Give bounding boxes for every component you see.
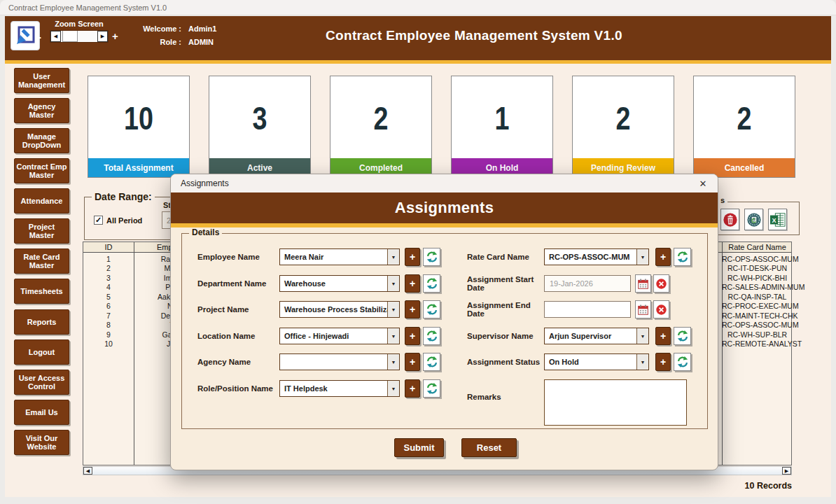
delete-record-button[interactable] <box>720 209 739 230</box>
sidebar-item-user-access-control[interactable]: User Access Control <box>14 370 69 395</box>
details-group: Details Employee Name Meera Nair ▼ + Dep… <box>181 233 708 429</box>
add-supervisor-button[interactable]: + <box>655 327 671 345</box>
chevron-down-icon[interactable]: ▼ <box>636 354 648 370</box>
cell-employee: Pri <box>135 283 174 291</box>
zoom-scroll-track[interactable] <box>61 31 97 42</box>
field-label: Employee Name <box>197 248 277 266</box>
sidebar-item-label: Attendance <box>21 197 63 205</box>
sidebar-item-email-us[interactable]: Email Us <box>14 400 69 425</box>
combo-value: Warehouse <box>280 279 387 288</box>
refresh-icon <box>676 251 689 263</box>
cell-rate-card: RC-QA-INSP-TAL <box>722 293 793 301</box>
department-name-select[interactable]: Warehouse ▼ <box>279 275 400 292</box>
scroll-right-icon[interactable]: ▶ <box>782 467 791 475</box>
all-period-checkbox[interactable]: ✓ <box>94 216 103 225</box>
sidebar-item-manage-dropdown[interactable]: Manage DropDown <box>14 128 69 153</box>
agency-name-select[interactable]: ▼ <box>279 354 400 370</box>
start-date-clear-button[interactable] <box>653 274 669 293</box>
sidebar-item-user-management[interactable]: User Management <box>14 68 69 93</box>
combo-value: Office - Hinjewadi <box>280 332 387 340</box>
sidebar-item-label: Contract Emp Master <box>16 162 67 179</box>
zoom-scrollbar[interactable]: ◀ ▶ <box>50 30 109 43</box>
refresh-department-button[interactable] <box>423 274 440 293</box>
cell-rate-card: RC-MAINT-TECH-CHK <box>722 312 793 320</box>
submit-button[interactable]: Submit <box>394 438 444 457</box>
assignment-start-date-input[interactable]: 19-Jan-2026 <box>544 275 631 292</box>
refresh-role-position-button[interactable] <box>423 379 440 398</box>
sidebar-item-timesheets[interactable]: Timesheets <box>14 279 69 304</box>
chevron-down-icon[interactable]: ▼ <box>636 249 648 265</box>
scroll-left-icon[interactable]: ◀ <box>50 31 61 42</box>
chevron-down-icon[interactable]: ▼ <box>387 328 399 344</box>
refresh-icon <box>426 382 438 395</box>
rate-card-name-select[interactable]: RC-OPS-ASSOC-MUM ▼ <box>544 248 649 265</box>
zoom-in-label[interactable]: + <box>112 30 118 42</box>
remarks-textarea[interactable] <box>544 379 687 426</box>
refresh-icon <box>426 356 438 368</box>
sidebar-item-label: Project Master <box>16 223 67 239</box>
add-agency-button[interactable]: + <box>405 353 420 371</box>
sidebar-item-label: Manage DropDown <box>16 132 67 149</box>
zoom-out-label[interactable]: - <box>38 31 41 43</box>
chevron-down-icon[interactable]: ▼ <box>387 276 399 291</box>
scroll-left-icon[interactable]: ◀ <box>83 467 92 475</box>
add-rate-card-button[interactable]: + <box>655 248 671 266</box>
card-value: 3 <box>218 76 301 160</box>
reset-button[interactable]: Reset <box>461 438 517 457</box>
combo-value: Arjun Supervisor <box>545 332 636 340</box>
add-status-button[interactable]: + <box>655 353 671 371</box>
sidebar-item-label: User Management <box>16 72 67 89</box>
refresh-rate-card-button[interactable] <box>674 248 691 266</box>
cell-id: 6 <box>83 302 134 310</box>
scroll-right-icon[interactable]: ▶ <box>97 31 108 42</box>
role-position-name-select[interactable]: IT Helpdesk ▼ <box>279 380 400 397</box>
export-excel-button[interactable]: X <box>768 209 787 230</box>
end-date-clear-button[interactable] <box>653 300 669 318</box>
project-name-select[interactable]: Warehouse Process Stabilizat ▼ <box>279 301 400 318</box>
add-location-button[interactable]: + <box>405 327 420 345</box>
card-value: 2 <box>703 76 786 160</box>
chevron-down-icon[interactable]: ▼ <box>387 381 399 396</box>
refresh-agency-button[interactable] <box>423 353 440 371</box>
employee-name-select[interactable]: Meera Nair ▼ <box>279 248 400 265</box>
add-project-button[interactable]: + <box>405 300 420 318</box>
add-role-position-button[interactable]: + <box>405 379 420 398</box>
close-icon[interactable]: ✕ <box>697 177 709 190</box>
supervisor-name-select[interactable]: Arjun Supervisor ▼ <box>544 328 649 344</box>
chevron-down-icon[interactable]: ▼ <box>387 302 399 317</box>
refresh-project-button[interactable] <box>423 300 440 318</box>
zoom-scroll-thumb[interactable] <box>62 31 78 42</box>
start-date-calendar-button[interactable] <box>635 274 651 293</box>
refresh-data-button[interactable] <box>744 209 763 230</box>
sidebar-item-visit-our-website[interactable]: Visit Our Website <box>14 430 69 455</box>
assignment-status-select[interactable]: On Hold ▼ <box>544 354 649 370</box>
chevron-down-icon[interactable]: ▼ <box>387 354 399 370</box>
col-header-id[interactable]: ID <box>83 243 134 251</box>
sidebar-item-rate-card-master[interactable]: Rate Card Master <box>14 248 69 274</box>
col-header-rate-card[interactable]: Rate Card Name <box>722 243 793 251</box>
combo-value: RC-OPS-ASSOC-MUM <box>545 253 636 261</box>
sidebar-item-attendance[interactable]: Attendance <box>14 188 69 214</box>
exit-arrow-icon <box>15 25 36 46</box>
card-completed: 2 Completed <box>330 76 432 178</box>
sidebar-item-reports[interactable]: Reports <box>14 309 69 335</box>
end-date-calendar-button[interactable] <box>635 300 651 318</box>
field-row-role-position-name: Role/Position Name IT Helpdesk ▼ + <box>197 379 457 398</box>
chevron-down-icon[interactable]: ▼ <box>387 249 399 265</box>
add-department-button[interactable]: + <box>405 274 420 293</box>
location-name-select[interactable]: Office - Hinjewadi ▼ <box>279 328 400 344</box>
refresh-employee-button[interactable] <box>423 248 440 266</box>
sidebar-item-agency-master[interactable]: Agency Master <box>14 98 69 123</box>
refresh-supervisor-button[interactable] <box>674 327 691 345</box>
refresh-status-button[interactable] <box>674 353 691 371</box>
sidebar-item-logout[interactable]: Logout <box>14 340 69 365</box>
refresh-location-button[interactable] <box>423 327 440 345</box>
assignment-end-date-input[interactable] <box>544 301 631 318</box>
exit-app-button[interactable] <box>11 21 40 50</box>
app-header: - Zoom Screen ◀ ▶ + Welcome : Admin1 Rol… <box>5 16 831 60</box>
sidebar-item-project-master[interactable]: Project Master <box>14 218 69 244</box>
chevron-down-icon[interactable]: ▼ <box>636 328 648 344</box>
col-header-employee[interactable]: Empl <box>135 243 174 251</box>
add-employee-button[interactable]: + <box>405 248 420 266</box>
sidebar-item-contract-emp-master[interactable]: Contract Emp Master <box>14 158 69 183</box>
